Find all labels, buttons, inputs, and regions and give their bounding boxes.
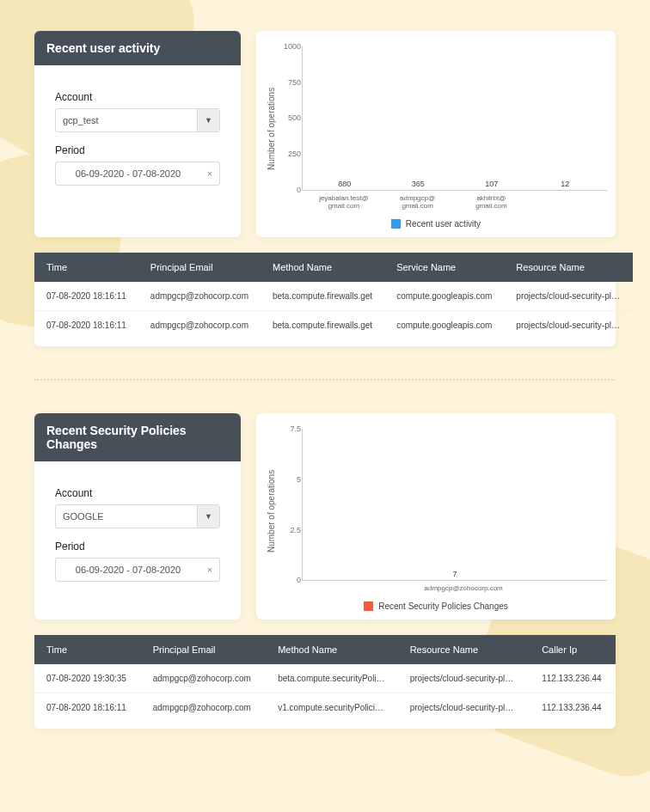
x-label: [535, 194, 595, 211]
chart-plot: 02.557.57: [302, 429, 607, 581]
table-cell: projects/cloud-security-plus/global/secu…: [398, 693, 530, 723]
legend-label: Recent user activity: [406, 219, 481, 229]
x-label: admpgcp@zohocorp.com: [425, 584, 485, 593]
y-tick: 1000: [277, 42, 301, 51]
table-cell: admpgcp@zohocorp.com: [141, 664, 266, 693]
table-cell: 07-08-2020 18:16:11: [34, 693, 141, 723]
chevron-down-icon: ▼: [197, 505, 219, 528]
data-table: TimePrincipal EmailMethod NameResource N…: [34, 635, 616, 722]
data-table: TimePrincipal EmailMethod NameService Na…: [34, 253, 633, 339]
y-tick: 0: [277, 186, 301, 194]
table-row: 07-08-2020 18:16:11admpgcp@zohocorp.comv…: [34, 693, 616, 723]
bar: 12: [535, 180, 595, 190]
x-label: akhilrbt@gmail.com: [461, 194, 521, 211]
close-icon[interactable]: ×: [200, 565, 219, 575]
table-header: Service Name: [384, 253, 504, 282]
table-row: 07-08-2020 18:16:11admpgcp@zohocorp.comb…: [34, 311, 633, 340]
table-cell: compute.googleapis.com: [384, 282, 504, 311]
filter-card: Recent Security Policies ChangesAccountG…: [34, 413, 241, 620]
chart-card: Number of operations02.557.57admpgcp@zoh…: [256, 413, 616, 620]
account-label: Account: [55, 91, 220, 103]
table-header: Resource Name: [504, 253, 633, 282]
bar: 7: [425, 570, 485, 580]
table-row: 07-08-2020 19:30:35admpgcp@zohocorp.comb…: [34, 664, 616, 693]
table-cell: beta.compute.firewalls.get: [261, 311, 384, 340]
period-label: Period: [55, 144, 220, 156]
table-cell: v1.compute.securityPolicies.delete: [266, 693, 398, 723]
chart-plot: 0250500750100088036510712: [302, 46, 607, 191]
bar: 880: [315, 180, 375, 190]
table-header: Principal Email: [141, 635, 266, 664]
y-tick: 2.5: [277, 526, 301, 534]
y-tick: 7.5: [277, 424, 301, 433]
chart-legend: Recent Security Policies Changes: [265, 601, 607, 611]
bar-value: 107: [485, 180, 498, 188]
table-header: Method Name: [261, 253, 384, 282]
table-cell: beta.compute.firewalls.get: [261, 282, 384, 311]
bar-value: 12: [561, 180, 569, 188]
table-header: Time: [34, 635, 141, 664]
table-header: Principal Email: [138, 253, 261, 282]
y-tick: 250: [277, 150, 301, 158]
y-tick: 0: [277, 576, 301, 584]
legend-label: Recent Security Policies Changes: [378, 601, 508, 611]
table-row: 07-08-2020 18:16:11admpgcp@zohocorp.comb…: [34, 282, 633, 311]
y-tick: 750: [277, 78, 301, 87]
y-axis-label: Number of operations: [265, 46, 278, 211]
table-cell: 112.133.236.44: [530, 664, 616, 693]
bar-value: 365: [412, 180, 425, 188]
filter-card: Recent user activityAccountgcp_test▼Peri…: [34, 31, 241, 237]
y-tick: 500: [277, 113, 301, 122]
legend-swatch: [391, 219, 401, 229]
chevron-down-icon: ▼: [197, 109, 219, 131]
period-input[interactable]: 06-09-2020 - 07-08-2020×: [55, 558, 220, 582]
account-select[interactable]: GOOGLE▼: [55, 504, 220, 528]
legend-swatch: [364, 601, 373, 611]
section-divider: [34, 379, 616, 381]
close-icon[interactable]: ×: [200, 168, 219, 179]
table-cell: 07-08-2020 19:30:35: [34, 664, 141, 693]
table-header: Caller Ip: [530, 635, 616, 664]
card-title: Recent user activity: [34, 31, 241, 65]
card-title: Recent Security Policies Changes: [34, 413, 241, 461]
table-cell: projects/cloud-security-plus/global/secu…: [398, 664, 530, 693]
y-axis-label: Number of operations: [265, 429, 278, 593]
period-label: Period: [55, 540, 220, 553]
period-input[interactable]: 06-09-2020 - 07-08-2020×: [55, 162, 220, 186]
account-value: gcp_test: [56, 115, 197, 125]
account-value: GOOGLE: [56, 511, 197, 522]
account-select[interactable]: gcp_test▼: [55, 108, 220, 132]
bar-value: 880: [338, 180, 351, 188]
table-card: TimePrincipal EmailMethod NameService Na…: [34, 253, 616, 346]
table-cell: 07-08-2020 18:16:11: [34, 282, 138, 311]
period-value: 06-09-2020 - 07-08-2020: [56, 565, 200, 575]
x-label: jeyabalan.test@gmail.com: [314, 194, 374, 211]
table-cell: compute.googleapis.com: [384, 311, 504, 340]
table-cell: admpgcp@zohocorp.com: [141, 693, 266, 723]
table-header: Time: [34, 253, 138, 282]
table-header: Resource Name: [398, 635, 530, 664]
y-tick: 5: [277, 475, 301, 484]
table-cell: 07-08-2020 18:16:11: [34, 311, 138, 340]
account-label: Account: [55, 487, 220, 499]
table-cell: beta.compute.securityPolicies.list: [266, 664, 398, 693]
bar: 107: [462, 180, 522, 190]
bar-value: 7: [452, 570, 457, 578]
chart-card: Number of operations02505007501000880365…: [256, 31, 616, 237]
table-cell: projects/cloud-security-plus/global/netw…: [504, 311, 633, 340]
bar: 365: [388, 180, 448, 190]
table-cell: projects/cloud-security-plus/global/fire…: [504, 282, 633, 311]
table-cell: 112.133.236.44: [530, 693, 616, 723]
period-value: 06-09-2020 - 07-08-2020: [56, 168, 200, 179]
table-cell: admpgcp@zohocorp.com: [138, 311, 261, 340]
table-card: TimePrincipal EmailMethod NameResource N…: [34, 635, 616, 729]
table-header: Method Name: [266, 635, 398, 664]
chart-legend: Recent user activity: [265, 219, 607, 229]
table-cell: admpgcp@zohocorp.com: [138, 282, 261, 311]
x-label: admpgcp@gmail.com: [388, 194, 448, 211]
